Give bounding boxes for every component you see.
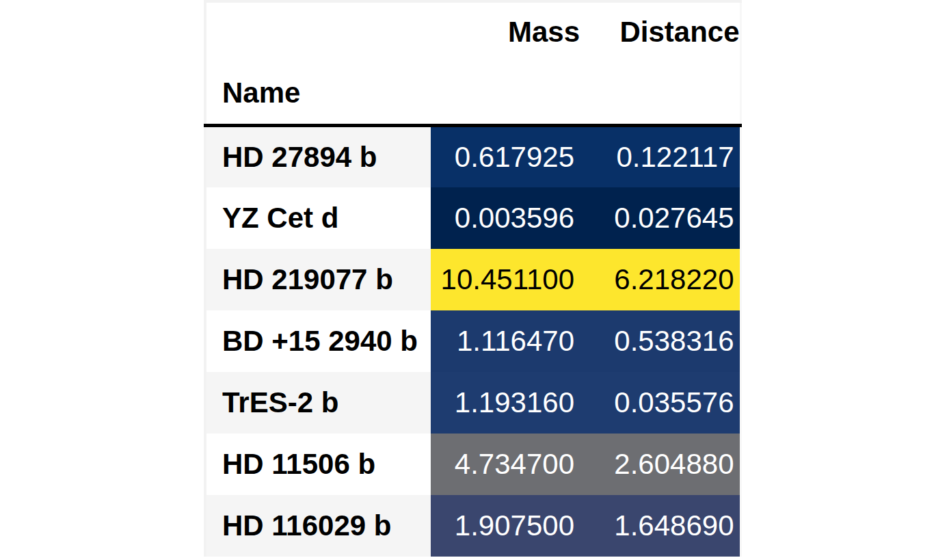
distance-value-cell: 6.218220 xyxy=(580,249,740,310)
mass-value-cell: 10.451100 xyxy=(431,249,580,310)
exoplanet-table: Mass Distance Name HD 27894 b0.6179250.1… xyxy=(204,0,742,557)
notebook-output-area: Mass Distance Name HD 27894 b0.6179250.1… xyxy=(0,0,949,560)
distance-value-cell: 0.027645 xyxy=(580,187,740,249)
distance-value-cell: 0.035576 xyxy=(580,372,740,434)
table-row: HD 219077 b10.4511006.218220 xyxy=(205,249,740,310)
table-row: HD 11506 b4.7347002.604880 xyxy=(205,434,740,495)
column-header-mass: Mass xyxy=(431,1,580,62)
row-name-cell: TrES-2 b xyxy=(205,372,431,434)
row-name-cell: BD +15 2940 b xyxy=(205,310,431,372)
blank-corner-cell xyxy=(205,1,431,62)
distance-value-cell: 2.604880 xyxy=(580,434,740,495)
column-header-row: Mass Distance xyxy=(205,1,740,62)
index-name-row: Name xyxy=(205,62,740,126)
table-row: TrES-2 b1.1931600.035576 xyxy=(205,372,740,434)
distance-value-cell: 1.648690 xyxy=(580,495,740,557)
column-header-distance: Distance xyxy=(580,1,740,62)
row-name-cell: HD 116029 b xyxy=(205,495,431,557)
mass-value-cell: 0.617925 xyxy=(431,126,580,187)
distance-value-cell: 0.538316 xyxy=(580,310,740,372)
row-name-cell: YZ Cet d xyxy=(205,187,431,249)
index-name-label: Name xyxy=(205,62,431,126)
mass-value-cell: 0.003596 xyxy=(431,187,580,249)
mass-value-cell: 1.193160 xyxy=(431,372,580,434)
row-name-cell: HD 219077 b xyxy=(205,249,431,310)
table-row: YZ Cet d0.0035960.027645 xyxy=(205,187,740,249)
mass-value-cell: 1.907500 xyxy=(431,495,580,557)
mass-value-cell: 4.734700 xyxy=(431,434,580,495)
mass-value-cell: 1.116470 xyxy=(431,310,580,372)
blank-cell xyxy=(580,62,740,126)
table-row: HD 27894 b0.6179250.122117 xyxy=(205,126,740,187)
row-name-cell: HD 11506 b xyxy=(205,434,431,495)
distance-value-cell: 0.122117 xyxy=(580,126,740,187)
table-body: HD 27894 b0.6179250.122117YZ Cet d0.0035… xyxy=(205,126,740,557)
table-row: HD 116029 b1.9075001.648690 xyxy=(205,495,740,557)
row-name-cell: HD 27894 b xyxy=(205,126,431,187)
table-row: BD +15 2940 b1.1164700.538316 xyxy=(205,310,740,372)
table-header: Mass Distance Name xyxy=(205,1,740,126)
blank-cell xyxy=(431,62,580,126)
